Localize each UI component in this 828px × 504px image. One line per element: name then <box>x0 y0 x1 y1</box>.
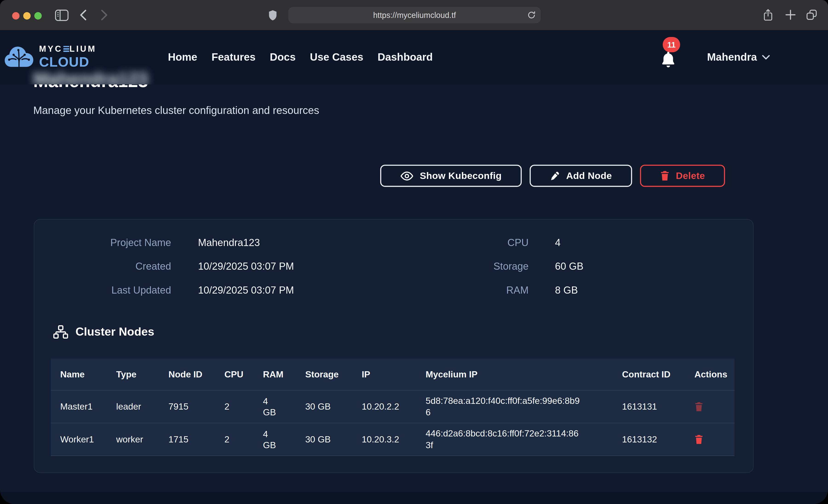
last-updated-value: 10/29/2025 03:07 PM <box>198 285 294 296</box>
storage-label: Storage <box>411 261 529 272</box>
col-cpu: CPU <box>215 359 253 390</box>
cell-cpu: 2 <box>215 390 253 423</box>
table-header-row: Name Type Node ID CPU RAM Storage IP Myc… <box>51 359 735 390</box>
window-bottom-strip <box>0 492 828 504</box>
screenshot-stage: https://myceliumcloud.tf <box>0 0 828 504</box>
table-row: Worker1 worker 1715 2 4 GB 30 GB 10.20.3… <box>51 423 735 456</box>
col-node-id: Node ID <box>159 359 215 390</box>
created-label: Created <box>53 261 171 272</box>
ram-value: 8 GB <box>555 285 578 296</box>
brand-logo[interactable]: MYCLIUM CLOUD <box>4 44 96 69</box>
col-actions: Actions <box>685 359 735 390</box>
cell-storage: 30 GB <box>296 390 352 423</box>
project-name-label: Project Name <box>53 237 171 249</box>
cell-type: worker <box>107 423 159 456</box>
user-menu[interactable]: Mahendra <box>707 30 770 85</box>
trash-icon <box>660 170 669 181</box>
delete-cluster-button[interactable]: Delete <box>640 165 725 187</box>
pencil-icon <box>550 171 560 181</box>
cell-actions <box>685 390 735 423</box>
cluster-actions: Show Kubeconfig Add Node <box>380 165 725 187</box>
delete-node-icon[interactable] <box>695 433 706 446</box>
brand-wordmark: MYCLIUM CLOUD <box>39 45 96 68</box>
network-topology-icon <box>53 325 68 339</box>
cell-name: Master1 <box>51 390 107 423</box>
nav-link-dashboard[interactable]: Dashboard <box>378 51 433 64</box>
cell-mycelium-ip: 5d8:78ea:a120:f40c:ff0f:a5fe:99e6:8b96 <box>416 390 613 423</box>
cell-node-id: 1715 <box>159 423 215 456</box>
nav-link-home[interactable]: Home <box>168 51 197 64</box>
add-node-button[interactable]: Add Node <box>530 165 632 187</box>
last-updated-label: Last Updated <box>53 285 171 296</box>
show-kubeconfig-button[interactable]: Show Kubeconfig <box>380 165 522 187</box>
cluster-details-card: Project Name Mahendra123 Created 10/29/2… <box>34 219 753 473</box>
cell-storage: 30 GB <box>296 423 352 456</box>
cell-name: Worker1 <box>51 423 107 456</box>
nav-link-use-cases[interactable]: Use Cases <box>310 51 364 64</box>
page-subtitle: Manage your Kubernetes cluster configura… <box>33 104 319 117</box>
chevron-down-icon <box>762 55 770 60</box>
created-value: 10/29/2025 03:07 PM <box>198 261 294 272</box>
ram-label: RAM <box>411 285 529 296</box>
col-storage: Storage <box>296 359 352 390</box>
cloud-logo-icon <box>4 44 34 69</box>
delete-label: Delete <box>676 170 705 181</box>
nav-link-features[interactable]: Features <box>211 51 255 64</box>
site-navbar: Mahendra123 <box>0 30 828 85</box>
nav-links: Home Features Docs Use Cases Dashboard <box>168 30 433 85</box>
brand-line2: CLOUD <box>39 55 96 69</box>
storage-value: 60 GB <box>555 261 583 272</box>
blurred-title-ghost: Mahendra123 <box>33 69 148 85</box>
eye-icon <box>400 171 413 181</box>
cell-ram: 4 GB <box>253 423 296 456</box>
show-kubeconfig-label: Show Kubeconfig <box>420 170 502 181</box>
notifications-button[interactable]: 11 <box>659 37 687 79</box>
bell-icon <box>660 51 676 69</box>
col-ram: RAM <box>253 359 296 390</box>
cluster-nodes-heading: Cluster Nodes <box>53 325 154 339</box>
col-contract-id: Contract ID <box>613 359 685 390</box>
col-name: Name <box>51 359 107 390</box>
project-name-value: Mahendra123 <box>198 237 260 249</box>
brand-line1: MYCLIUM <box>39 45 96 53</box>
notification-count-badge: 11 <box>663 37 680 52</box>
col-mycelium-ip: Mycelium IP <box>416 359 613 390</box>
cpu-label: CPU <box>411 237 529 249</box>
table-row: Master1 leader 7915 2 4 GB 30 GB 10.20.2… <box>51 390 735 423</box>
cell-node-id: 7915 <box>159 390 215 423</box>
user-name: Mahendra <box>707 51 757 64</box>
delete-node-icon[interactable] <box>695 401 706 413</box>
add-node-label: Add Node <box>566 170 612 181</box>
cpu-value: 4 <box>555 237 561 249</box>
nav-link-docs[interactable]: Docs <box>270 51 295 64</box>
browser-window: https://myceliumcloud.tf <box>0 0 828 504</box>
cell-ram: 4 GB <box>253 390 296 423</box>
cell-contract-id: 1613132 <box>613 423 685 456</box>
cell-mycelium-ip: 446:d2a6:8bcd:8c16:ff0f:72e2:3114:863f <box>416 423 613 456</box>
cell-type: leader <box>107 390 159 423</box>
cluster-nodes-title: Cluster Nodes <box>76 325 155 339</box>
nodes-table: Name Type Node ID CPU RAM Storage IP Myc… <box>51 359 735 456</box>
stylized-e-glyph <box>63 46 69 52</box>
col-ip: IP <box>352 359 416 390</box>
cell-contract-id: 1613131 <box>613 390 685 423</box>
cell-ip: 10.20.2.2 <box>352 390 416 423</box>
cell-actions <box>685 423 735 456</box>
cell-cpu: 2 <box>215 423 253 456</box>
col-type: Type <box>107 359 159 390</box>
cell-ip: 10.20.3.2 <box>352 423 416 456</box>
